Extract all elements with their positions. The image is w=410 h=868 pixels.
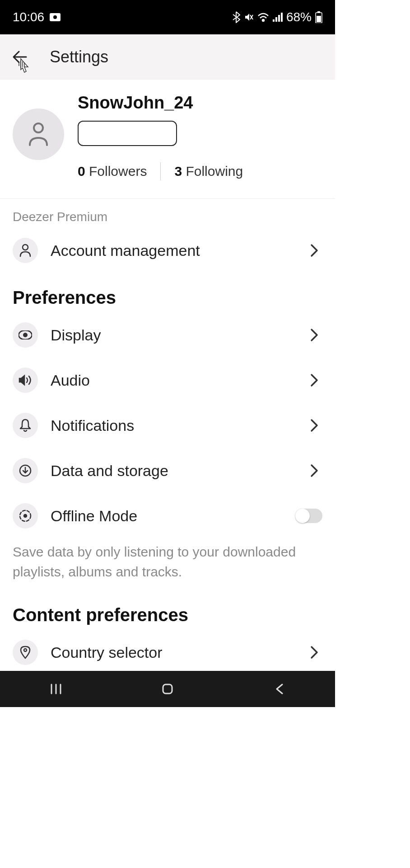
display-label: Display <box>51 326 294 344</box>
chevron-right-icon <box>306 242 322 259</box>
divider <box>160 162 161 180</box>
account-management-label: Account management <box>51 242 294 259</box>
chevron-right-icon <box>306 327 322 343</box>
system-nav-bar <box>0 671 335 707</box>
app-bar: Settings <box>0 34 335 80</box>
bluetooth-icon <box>232 11 240 23</box>
back-button[interactable] <box>8 44 33 70</box>
toggle-knob <box>295 509 310 523</box>
country-selector-row[interactable]: Country selector <box>0 630 335 671</box>
offline-mode-toggle[interactable] <box>295 509 322 523</box>
download-icon <box>13 458 38 483</box>
username: SnowJohn_24 <box>78 93 322 113</box>
page-title: Settings <box>50 47 108 66</box>
eye-icon <box>13 322 38 348</box>
following-count: 3 <box>174 164 182 179</box>
following-link[interactable]: 3 Following <box>174 164 243 179</box>
back-nav-button[interactable] <box>266 675 293 703</box>
svg-point-18 <box>24 649 27 651</box>
edit-profile-button[interactable] <box>78 121 177 146</box>
chevron-right-icon <box>306 462 322 479</box>
offline-icon <box>13 503 38 528</box>
bell-icon <box>13 413 38 438</box>
svg-rect-6 <box>275 17 277 22</box>
svg-point-14 <box>23 333 28 337</box>
home-button[interactable] <box>154 675 181 703</box>
followers-label: Followers <box>89 164 147 179</box>
signal-icon <box>273 13 283 22</box>
recording-icon <box>50 13 61 21</box>
content-preferences-header: Content preferences <box>0 590 335 630</box>
svg-point-1 <box>53 15 57 19</box>
svg-point-12 <box>34 123 43 132</box>
account-management-row[interactable]: Account management <box>0 228 335 273</box>
battery-percent: 68% <box>286 10 312 24</box>
person-icon <box>13 238 38 263</box>
svg-rect-7 <box>278 15 280 22</box>
svg-rect-5 <box>273 19 275 22</box>
followers-count: 0 <box>78 164 85 179</box>
settings-content: SnowJohn_24 0 Followers 3 Following Deez… <box>0 80 335 671</box>
offline-mode-row: Offline Mode <box>0 493 335 538</box>
audio-row[interactable]: Audio <box>0 358 335 403</box>
notifications-label: Notifications <box>51 417 294 434</box>
mute-icon <box>244 12 254 22</box>
svg-rect-8 <box>281 13 283 22</box>
following-label: Following <box>186 164 243 179</box>
offline-mode-label: Offline Mode <box>51 507 283 525</box>
svg-point-13 <box>23 245 28 250</box>
followers-link[interactable]: 0 Followers <box>78 164 147 179</box>
preferences-header: Preferences <box>0 273 335 312</box>
status-bar: 10:06 68% <box>0 0 335 34</box>
chevron-right-icon <box>306 417 322 434</box>
chevron-right-icon <box>306 644 322 660</box>
audio-label: Audio <box>51 372 294 389</box>
display-row[interactable]: Display <box>0 312 335 358</box>
offline-mode-description: Save data by only listening to your down… <box>0 538 335 590</box>
chevron-right-icon <box>306 372 322 388</box>
recents-button[interactable] <box>42 675 70 703</box>
svg-point-4 <box>262 19 264 21</box>
country-selector-label: Country selector <box>51 644 294 661</box>
location-icon <box>13 640 38 665</box>
notifications-row[interactable]: Notifications <box>0 403 335 448</box>
speaker-icon <box>13 368 38 393</box>
avatar[interactable] <box>13 108 64 160</box>
svg-rect-11 <box>317 16 321 22</box>
battery-icon <box>315 11 322 23</box>
data-storage-row[interactable]: Data and storage <box>0 448 335 493</box>
svg-point-17 <box>24 514 27 517</box>
subscription-label: Deezer Premium <box>0 199 335 228</box>
profile-section: SnowJohn_24 0 Followers 3 Following <box>0 80 335 199</box>
wifi-icon <box>257 13 269 22</box>
data-storage-label: Data and storage <box>51 462 294 480</box>
svg-rect-22 <box>163 684 172 693</box>
status-time: 10:06 <box>13 10 44 24</box>
